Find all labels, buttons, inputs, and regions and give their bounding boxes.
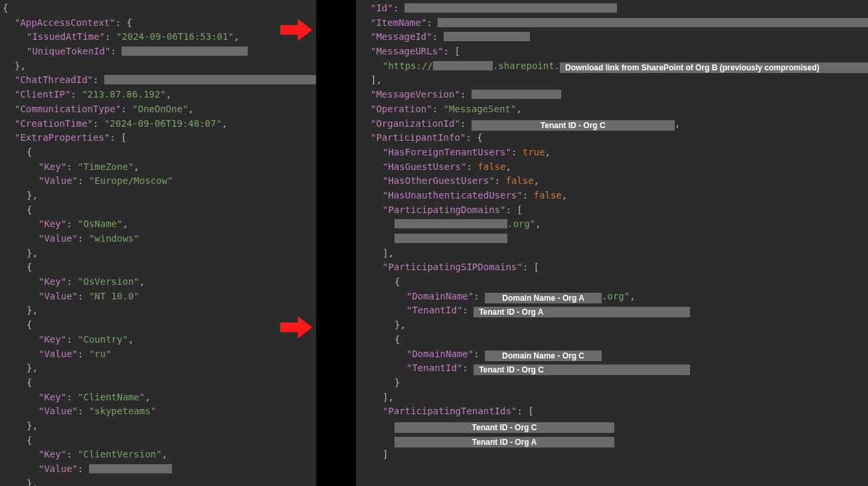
json-pane-right: "Id": "ItemName": "MessageId": "MessageU… xyxy=(356,0,868,486)
svg-marker-0 xyxy=(280,19,312,41)
annotation-tenantid-1: Tenant ID - Org C xyxy=(394,422,614,433)
page: { "AppAccessContext": { "IssuedAtTime": … xyxy=(0,0,868,486)
annotation-domain-c: Domain Name - Org C xyxy=(485,351,602,361)
json-pane-left: { "AppAccessContext": { "IssuedAtTime": … xyxy=(0,0,316,486)
annotation-sharepoint: Download link from SharePoint of Org B (… xyxy=(560,62,868,73)
arrow-icon xyxy=(280,316,312,339)
arrow-icon xyxy=(280,19,312,41)
annotation-orgid: Tenant ID - Org C xyxy=(472,120,675,131)
annotation-tenant-c: Tenant ID - Org C xyxy=(474,364,690,375)
annotation-domain-a: Domain Name - Org A xyxy=(485,293,602,303)
annotation-tenant-a: Tenant ID - Org A xyxy=(474,307,690,317)
annotation-tenantid-2: Tenant ID - Org A xyxy=(394,437,614,447)
svg-marker-1 xyxy=(280,316,312,339)
